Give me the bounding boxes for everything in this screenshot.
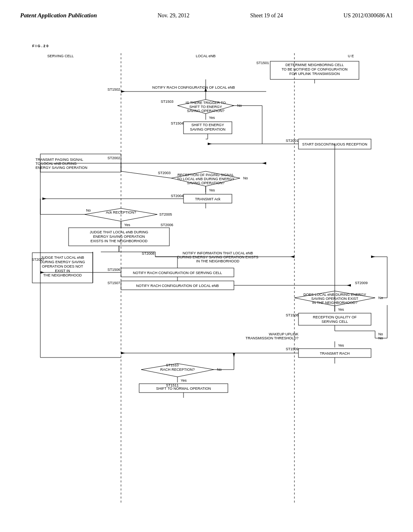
svg-text:TRANSMISSION THRESHOLD?: TRANSMISSION THRESHOLD? [246, 336, 298, 340]
svg-text:SHIFT TO NORMAL OPERATION: SHIFT TO NORMAL OPERATION [156, 387, 211, 391]
svg-text:ENERGY SAVING OPERATION: ENERGY SAVING OPERATION [35, 166, 88, 170]
svg-text:FOR UPLINK TRANSMISSION: FOR UPLINK TRANSMISSION [290, 72, 340, 76]
header-date: Nov. 29, 2012 [158, 12, 190, 19]
svg-text:ST1508: ST1508 [286, 313, 298, 317]
svg-text:ST2009: ST2009 [355, 281, 368, 285]
diagram-area: F I G . 2 0 SERVING CELL LOCAL eNB U E D… [20, 35, 393, 507]
svg-text:ST2001: ST2001 [286, 139, 298, 143]
svg-marker-36 [262, 162, 266, 164]
svg-marker-125 [121, 352, 125, 354]
svg-text:SHIFT TO ENERGY: SHIFT TO ENERGY [189, 105, 222, 109]
svg-text:NOTIFY RACH CONFIGURATION OF L: NOTIFY RACH CONFIGURATION OF LOCAL eNB [136, 284, 219, 288]
svg-text:Yes: Yes [209, 116, 215, 120]
svg-text:WAKEUP UPLINK: WAKEUP UPLINK [269, 332, 298, 336]
svg-text:THE NEIGHBORHOOD: THE NEIGHBORHOOD [43, 273, 82, 277]
svg-text:ST2004: ST2004 [171, 194, 184, 198]
svg-text:Ack RECEPTION?: Ack RECEPTION? [106, 210, 136, 214]
svg-text:NOTIFY INFORMATION THAT LOCAL : NOTIFY INFORMATION THAT LOCAL eNB [183, 251, 253, 255]
svg-text:TO LOCAL eNB DURING ENERGY: TO LOCAL eNB DURING ENERGY [177, 177, 235, 181]
svg-text:EXISTS IN THE NEIGHBORHOOD: EXISTS IN THE NEIGHBORHOOD [90, 239, 148, 243]
svg-text:Yes: Yes [338, 308, 344, 312]
svg-text:SAVING OPERATION?: SAVING OPERATION? [187, 109, 224, 113]
figure-label: F I G . 2 0 [32, 44, 48, 48]
svg-text:RECEPTION QUALITY OF: RECEPTION QUALITY OF [313, 315, 357, 319]
header: Patent Application Publication Nov. 29, … [20, 12, 393, 19]
svg-text:ST1504: ST1504 [171, 121, 184, 125]
col-ue: U E [348, 54, 354, 58]
svg-marker-133 [233, 353, 235, 357]
svg-text:JUDGE THAT LOCAL eNB: JUDGE THAT LOCAL eNB [41, 256, 84, 260]
svg-text:Yes: Yes [209, 188, 215, 192]
svg-text:DURING ENERGY SAVING: DURING ENERGY SAVING [40, 260, 85, 264]
svg-text:SAVING OPERATION: SAVING OPERATION [190, 127, 225, 131]
svg-text:NOTIFY RACH CONFIGURATION OF L: NOTIFY RACH CONFIGURATION OF LOCAL eNB [152, 85, 235, 89]
svg-marker-75 [290, 256, 294, 258]
svg-text:ST2002: ST2002 [107, 156, 120, 160]
svg-text:DURING ENERGY SAVING OPERATION: DURING ENERGY SAVING OPERATION EXISTS [177, 255, 258, 259]
svg-text:IS THERE TRIGGER TO: IS THERE TRIGGER TO [186, 101, 225, 105]
svg-text:TRANSMIT Ack: TRANSMIT Ack [195, 197, 221, 201]
svg-text:TO BE NOTIFIED OF CONFIGURATIO: TO BE NOTIFIED OF CONFIGURATION [282, 67, 348, 71]
header-publication: Patent Application Publication [20, 12, 97, 19]
svg-text:NOTIFY RACH CONFIGURATION OF S: NOTIFY RACH CONFIGURATION OF SERVING CEL… [133, 271, 222, 275]
svg-text:ST1507: ST1507 [107, 281, 120, 285]
svg-text:ST1502: ST1502 [107, 87, 120, 91]
col-local-enb: LOCAL eNB [196, 54, 215, 58]
svg-marker-50 [42, 197, 46, 200]
svg-text:Yes: Yes [181, 378, 187, 382]
svg-text:ST2006: ST2006 [161, 223, 173, 227]
svg-text:SAVING OPERATION?: SAVING OPERATION? [187, 181, 224, 185]
svg-marker-29 [208, 143, 212, 145]
svg-text:TO LOCAL eNB DURING: TO LOCAL eNB DURING [35, 162, 77, 166]
svg-text:RACH RECEPTION?: RACH RECEPTION? [160, 368, 195, 372]
page: Patent Application Publication Nov. 29, … [0, 0, 413, 532]
svg-text:Yes: Yes [338, 343, 344, 347]
col-serving-cell: SERVING CELL [47, 54, 73, 58]
svg-text:IN THE NEIGHBORHOOD: IN THE NEIGHBORHOOD [196, 259, 240, 263]
svg-text:TRANSMIT PAGING SIGNAL: TRANSMIT PAGING SIGNAL [35, 158, 83, 162]
svg-text:No: No [378, 332, 383, 336]
svg-text:JUDGE THAT LOCAL eNB DURING: JUDGE THAT LOCAL eNB DURING [90, 230, 148, 234]
svg-text:ST1506: ST1506 [107, 268, 120, 272]
svg-marker-10 [121, 90, 125, 93]
svg-text:SHIFT TO ENERGY: SHIFT TO ENERGY [191, 123, 224, 127]
svg-marker-92 [347, 284, 351, 287]
svg-text:ENERGY SAVING OPERATION: ENERGY SAVING OPERATION [93, 235, 145, 239]
svg-text:No: No [243, 176, 248, 180]
svg-text:ST1503: ST1503 [161, 100, 173, 104]
svg-text:Yes: Yes [124, 223, 130, 227]
svg-text:SERVING CELL: SERVING CELL [321, 320, 348, 324]
svg-text:ST2005: ST2005 [159, 212, 172, 216]
svg-text:ST1501: ST1501 [256, 61, 269, 65]
svg-text:OPERATION DOES NOT: OPERATION DOES NOT [42, 264, 83, 268]
svg-marker-105 [371, 256, 375, 258]
svg-text:No: No [86, 208, 91, 212]
header-sheet: Sheet 19 of 24 [250, 12, 283, 19]
svg-text:TRANSMIT RACH: TRANSMIT RACH [320, 351, 350, 355]
svg-text:DETERMINE NEIGHBORING CELL: DETERMINE NEIGHBORING CELL [286, 63, 344, 67]
svg-text:RECEPTION OF PAGING SIGNAL: RECEPTION OF PAGING SIGNAL [177, 173, 234, 177]
svg-text:ST1509: ST1509 [286, 347, 298, 351]
svg-text:ST2003: ST2003 [158, 171, 171, 175]
header-patent: US 2012/0300686 A1 [344, 12, 393, 19]
